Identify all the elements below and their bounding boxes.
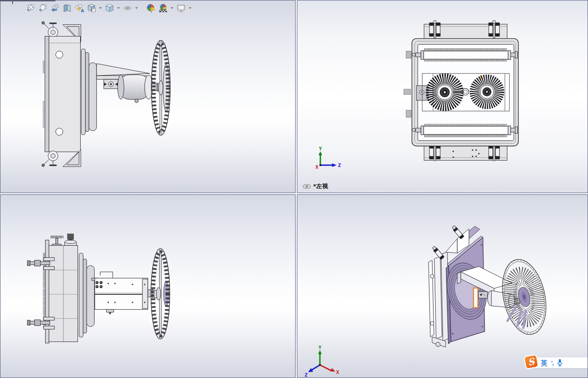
hide-show-items-icon[interactable] xyxy=(123,3,132,13)
assembly-model-side-view-2[interactable] xyxy=(0,195,295,378)
microphone-icon[interactable] xyxy=(557,359,563,367)
view-name-text: *左视 xyxy=(313,182,328,190)
brush-roller-top[interactable] xyxy=(412,50,518,60)
ime-bar[interactable]: S 英 ’, xyxy=(528,357,588,369)
view-orientation-icon[interactable] xyxy=(87,3,96,13)
window-edge-artifact xyxy=(0,0,55,1)
hinge-cylinder-upper[interactable] xyxy=(451,225,464,239)
sogou-logo-icon[interactable]: S xyxy=(524,354,539,370)
dropdown-arrow-icon[interactable] xyxy=(117,7,120,9)
brush-roller-bottom[interactable] xyxy=(412,125,518,136)
gearbox-housing[interactable] xyxy=(91,272,148,314)
spoked-brush-fan[interactable] xyxy=(495,256,552,339)
hinge-top-right[interactable] xyxy=(489,20,500,38)
viewport-top-right-left-view[interactable]: Y Z X *左视 xyxy=(297,0,588,193)
dropdown-arrow-icon[interactable] xyxy=(99,7,102,9)
heads-up-view-toolbar: A xyxy=(26,3,192,13)
view-orientation-label: *左视 xyxy=(303,182,328,190)
motor-cylinder[interactable] xyxy=(118,75,153,103)
ime-mode-english-toggle[interactable]: 英 xyxy=(541,360,547,366)
solidworks-four-viewport-window: A xyxy=(0,0,588,378)
zoom-to-area-icon[interactable] xyxy=(38,3,48,13)
section-view-icon[interactable] xyxy=(62,3,72,13)
ime-punctuation-toggle[interactable]: ’, xyxy=(551,360,553,366)
dropdown-arrow-icon[interactable] xyxy=(171,7,173,9)
dynamic-annotation-views-icon[interactable]: A xyxy=(74,3,84,13)
dropdown-arrow-icon[interactable] xyxy=(189,7,191,9)
edit-appearance-icon[interactable] xyxy=(146,3,156,13)
zoom-to-fit-icon[interactable] xyxy=(26,3,36,13)
previous-view-icon[interactable] xyxy=(50,3,60,13)
t-bolt-handle[interactable] xyxy=(51,237,64,247)
display-style-icon[interactable] xyxy=(105,3,114,13)
assembly-model-left-view[interactable] xyxy=(297,0,588,193)
bottom-valve-handle[interactable] xyxy=(42,151,58,166)
dropdown-arrow-icon[interactable] xyxy=(135,7,138,9)
mounting-wedge-bottom[interactable] xyxy=(63,149,81,166)
shroud-disc-stack[interactable] xyxy=(79,253,94,337)
shroud-disc-stack[interactable] xyxy=(81,49,96,135)
hinge-top-left[interactable] xyxy=(429,20,440,38)
apply-scene-icon[interactable] xyxy=(158,3,168,13)
radiator-plate[interactable] xyxy=(44,36,81,152)
linked-view-chain-icon xyxy=(303,184,311,189)
assembly-model-isometric[interactable] xyxy=(297,195,588,378)
svg-text:A: A xyxy=(81,9,84,13)
shaft-bracket[interactable] xyxy=(479,292,488,298)
viewport-top-left-side-view[interactable]: A xyxy=(0,0,296,193)
sogou-logo-letter: S xyxy=(527,356,535,368)
motor-mount[interactable] xyxy=(104,79,118,89)
side-knobs[interactable] xyxy=(404,51,411,117)
view-settings-icon[interactable] xyxy=(176,3,186,13)
window-edge-tick xyxy=(12,0,13,4)
viewport-bottom-right-isometric-view[interactable]: Y X Z S 英 ’, xyxy=(297,194,588,378)
viewport-bottom-left-side-view[interactable] xyxy=(0,194,296,378)
top-valve-handle[interactable] xyxy=(42,22,58,37)
cap-assembly[interactable] xyxy=(65,234,77,246)
rear-frame-plates[interactable] xyxy=(428,252,449,347)
assembly-model-side-view[interactable] xyxy=(0,0,295,193)
selected-part-highlight[interactable] xyxy=(474,288,478,308)
